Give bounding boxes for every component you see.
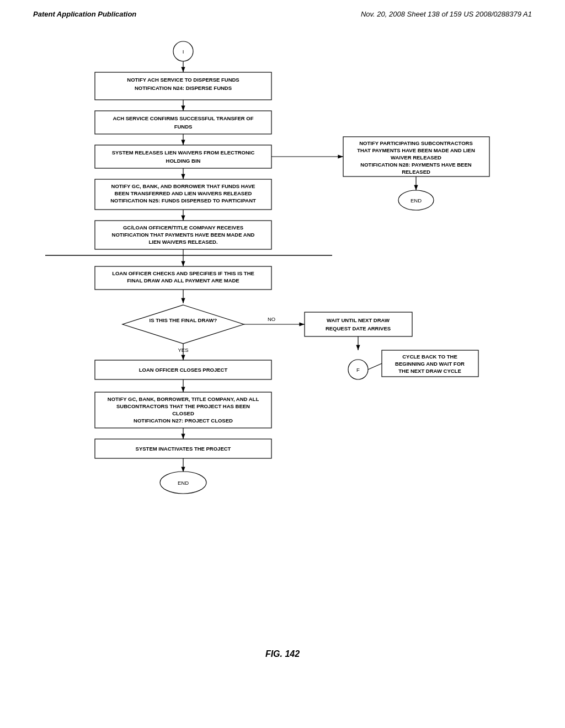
svg-text:RELEASED: RELEASED — [402, 169, 430, 175]
svg-text:NOTIFICATION N28: PAYMENTS HAV: NOTIFICATION N28: PAYMENTS HAVE BEEN — [360, 162, 471, 168]
svg-rect-8 — [95, 111, 271, 134]
svg-text:NOTIFY ACH SERVICE TO DISPERSE: NOTIFY ACH SERVICE TO DISPERSE FUNDS — [127, 77, 239, 83]
figure-caption: FIG. 142 — [0, 649, 565, 670]
svg-text:END: END — [178, 480, 189, 486]
publication-label: Patent Application Publication — [33, 10, 136, 18]
page-header: Patent Application Publication Nov. 20, … — [0, 0, 565, 18]
svg-line-55 — [368, 363, 382, 370]
flowchart-svg: .fc-text { font-family: Arial, sans-seri… — [34, 35, 509, 641]
svg-text:FUNDS: FUNDS — [174, 124, 193, 130]
svg-text:NOTIFY PARTICIPATING SUBCONTRA: NOTIFY PARTICIPATING SUBCONTRACTORS — [359, 140, 472, 146]
svg-text:NOTIFICATION THAT PAYMENTS HAV: NOTIFICATION THAT PAYMENTS HAVE BEEN MAD… — [112, 232, 255, 238]
svg-text:REQUEST DATE ARRIVES: REQUEST DATE ARRIVES — [326, 325, 391, 331]
svg-text:NOTIFICATION N24: DISPERSE FUN: NOTIFICATION N24: DISPERSE FUNDS — [135, 85, 232, 91]
svg-text:NOTIFICATION N25: FUNDS DISPER: NOTIFICATION N25: FUNDS DISPERSED TO PAR… — [110, 197, 256, 204]
svg-text:I: I — [183, 49, 184, 55]
svg-text:NO: NO — [268, 316, 275, 322]
svg-text:BEGINNING AND WAIT FOR: BEGINNING AND WAIT FOR — [395, 361, 465, 367]
svg-text:SUBCONTRACTORS THAT THE PROJEC: SUBCONTRACTORS THAT THE PROJECT HAS BEEN — [116, 403, 250, 409]
svg-text:GC/LOAN OFFICER/TITLE COMPANY : GC/LOAN OFFICER/TITLE COMPANY RECEIVES — [123, 224, 243, 231]
svg-text:NOTIFICATION N27: PROJECT CLOS: NOTIFICATION N27: PROJECT CLOSED — [134, 417, 233, 424]
svg-rect-12 — [95, 145, 271, 168]
svg-text:CLOSED: CLOSED — [172, 410, 194, 416]
svg-text:THE NEXT DRAW CYCLE: THE NEXT DRAW CYCLE — [398, 368, 461, 374]
page: Patent Application Publication Nov. 20, … — [0, 0, 565, 728]
svg-text:NOTIFY GC, BANK, BORROWER, TIT: NOTIFY GC, BANK, BORROWER, TITLE COMPANY… — [108, 396, 259, 402]
svg-text:NOTIFY GC, BANK, AND BORROWER : NOTIFY GC, BANK, AND BORROWER THAT FUNDS… — [111, 183, 255, 189]
svg-text:SYSTEM INACTIVATES THE PROJECT: SYSTEM INACTIVATES THE PROJECT — [136, 446, 231, 452]
svg-text:HOLDING BIN: HOLDING BIN — [166, 158, 201, 164]
svg-text:END: END — [411, 197, 422, 204]
svg-marker-41 — [122, 305, 244, 344]
svg-text:BEEN TRANSFERRED AND LIEN WAIV: BEEN TRANSFERRED AND LIEN WAIVERS RELEAS… — [115, 190, 252, 196]
svg-text:CYCLE BACK TO THE: CYCLE BACK TO THE — [402, 354, 457, 360]
svg-text:FINAL DRAW AND ALL PAYMENT ARE: FINAL DRAW AND ALL PAYMENT ARE MADE — [127, 277, 239, 283]
svg-text:THAT PAYMENTS HAVE BEEN MADE A: THAT PAYMENTS HAVE BEEN MADE AND LIEN — [357, 147, 475, 153]
svg-text:ACH SERVICE CONFIRMS SUCCESSFU: ACH SERVICE CONFIRMS SUCCESSFUL TRANSFER… — [113, 115, 253, 121]
publication-info: Nov. 20, 2008 Sheet 138 of 159 US 2008/0… — [361, 10, 532, 18]
svg-rect-45 — [305, 312, 412, 336]
svg-text:SYSTEM RELEASES LIEN WAIVERS F: SYSTEM RELEASES LIEN WAIVERS FROM ELECTR… — [112, 149, 255, 156]
svg-text:WAIT UNTIL NEXT DRAW: WAIT UNTIL NEXT DRAW — [327, 317, 390, 323]
svg-text:LIEN WAIVERS RELEASED.: LIEN WAIVERS RELEASED. — [148, 239, 217, 245]
svg-text:F: F — [356, 367, 360, 373]
svg-text:WAIVER RELEASED: WAIVER RELEASED — [391, 154, 441, 160]
svg-text:LOAN OFFICER CHECKS AND SPECIF: LOAN OFFICER CHECKS AND SPECIFIES IF THI… — [112, 270, 254, 276]
svg-text:IS THIS THE FINAL DRAW?: IS THIS THE FINAL DRAW? — [150, 317, 217, 323]
flowchart-diagram: .fc-text { font-family: Arial, sans-seri… — [34, 35, 531, 644]
svg-text:LOAN OFFICER CLOSES PROJECT: LOAN OFFICER CLOSES PROJECT — [139, 367, 228, 373]
